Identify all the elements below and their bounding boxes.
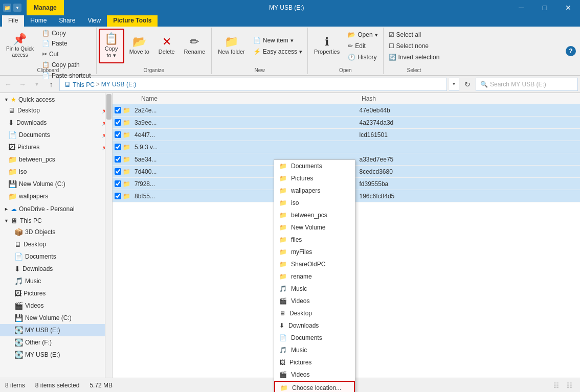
copy-to-button[interactable]: 📋 Copyto ▾ xyxy=(99,29,124,63)
dropdown-item-myfiles[interactable]: 📁 myFiles xyxy=(274,246,355,258)
table-row[interactable]: 📁 5.9.3 v... xyxy=(113,141,580,153)
invert-selection-button[interactable]: 🔄 Invert selection xyxy=(386,52,443,62)
breadcrumb-this-pc[interactable]: 🖥 This PC xyxy=(64,80,95,88)
new-folder-icon: 📁 xyxy=(225,36,238,48)
tab-view[interactable]: View xyxy=(81,15,107,27)
dropdown-item-desktop[interactable]: 🖥 Desktop xyxy=(274,307,355,319)
sidebar-item-iso[interactable]: 📁 iso xyxy=(0,166,112,178)
pin-to-quick-access-button[interactable]: 📌 Pin to Quickaccess xyxy=(2,29,38,63)
rename-button[interactable]: ✏ Rename xyxy=(180,29,210,63)
sidebar-item-downloads2[interactable]: ⬇ Downloads xyxy=(0,263,112,275)
edit-button[interactable]: ✏ Edit xyxy=(345,41,381,51)
dropdown-item-pictures[interactable]: 📁 Pictures xyxy=(274,172,355,185)
onedrive-header[interactable]: ► ☁ OneDrive - Personal xyxy=(0,202,112,214)
table-row[interactable]: 📁 3a9ee... 4a2374da3d xyxy=(113,117,580,129)
address-dropdown-button[interactable]: ▼ xyxy=(449,78,459,91)
properties-button[interactable]: ℹ Properties xyxy=(310,29,344,63)
dropdown-item-new-volume[interactable]: 📁 New Volume xyxy=(274,221,355,234)
dropdown-item-documents[interactable]: 📁 Documents xyxy=(274,160,355,172)
sidebar-item-my-usb2[interactable]: 💽 MY USB (E:) xyxy=(0,349,112,361)
cut-label: Cut xyxy=(49,51,59,58)
move-to-button[interactable]: 📂 Move to xyxy=(125,29,153,63)
history-button[interactable]: 🕐 History xyxy=(345,52,381,62)
sidebar-item-my-usb[interactable]: 💽 MY USB (E:) xyxy=(0,324,112,336)
sidebar-item-new-volume[interactable]: 💾 New Volume (C:) xyxy=(0,178,112,190)
dropdown-item-wallpapers[interactable]: 📁 wallpapers xyxy=(274,185,355,197)
sidebar-item-documents[interactable]: 📄 Documents 📌 xyxy=(0,129,112,141)
dropdown-item-between-pcs[interactable]: 📁 between_pcs xyxy=(274,209,355,221)
dropdown-label-documents2: Documents xyxy=(291,334,322,341)
sidebar-item-pictures2[interactable]: 🖼 Pictures xyxy=(0,287,112,299)
sidebar-item-other[interactable]: 💽 Other (F:) xyxy=(0,336,112,349)
checkbox-7[interactable] xyxy=(113,180,123,187)
back-button[interactable]: ← xyxy=(2,78,14,90)
paste-button[interactable]: 📄 Paste xyxy=(39,39,94,48)
sidebar-item-wallpapers[interactable]: 📁 wallpapers xyxy=(0,190,112,202)
sidebar-item-pictures[interactable]: 🖼 Pictures 📌 xyxy=(0,141,112,153)
details-view-button[interactable]: ☷ xyxy=(550,380,562,391)
large-icons-view-button[interactable]: ☷ xyxy=(564,380,575,391)
dropdown-item-shareoldpc[interactable]: 📁 ShareOldPC xyxy=(274,258,355,270)
checkbox-8[interactable] xyxy=(113,193,123,199)
invert-label: Invert selection xyxy=(398,54,440,61)
select-all-button[interactable]: ☑ Select all xyxy=(386,30,443,40)
organize-buttons: 📋 Copyto ▾ 📂 Move to ✕ Delete ✏ Rename xyxy=(99,29,210,66)
this-pc-header[interactable]: ▼ 🖥 This PC xyxy=(0,214,112,226)
forward-button[interactable]: → xyxy=(16,78,29,90)
manage-tab-title[interactable]: Manage xyxy=(27,0,64,15)
dropdown-item-files[interactable]: 📁 files xyxy=(274,234,355,246)
sidebar-item-music[interactable]: 🎵 Music xyxy=(0,275,112,287)
ribbon: 📌 Pin to Quickaccess 📋 Copy 📄 Paste ✂ Cu… xyxy=(0,27,580,76)
table-row[interactable]: 📁 2a24e... 47e0eb44b xyxy=(113,104,580,117)
app-icon: 📁 xyxy=(3,4,11,12)
dropdown-item-videos2[interactable]: 🎬 Videos xyxy=(274,368,355,381)
tab-home[interactable]: Home xyxy=(24,15,53,27)
dropdown-item-documents2[interactable]: 📄 Documents xyxy=(274,332,355,344)
tab-share[interactable]: Share xyxy=(53,15,81,27)
breadcrumb-usb[interactable]: MY USB (E:) xyxy=(101,81,136,88)
select-none-button[interactable]: ☐ Select none xyxy=(386,41,443,51)
checkbox-4[interactable] xyxy=(113,144,123,150)
tab-file[interactable]: File xyxy=(2,15,24,27)
checkbox-1[interactable] xyxy=(113,107,123,113)
dropdown-item-music[interactable]: 🎵 Music xyxy=(274,283,355,295)
delete-button[interactable]: ✕ Delete xyxy=(154,29,179,63)
checkbox-5[interactable] xyxy=(113,156,123,163)
sidebar-item-between-pcs[interactable]: 📁 between_pcs xyxy=(0,153,112,166)
tab-picture-tools[interactable]: Picture Tools xyxy=(107,15,158,27)
music-label: Music xyxy=(25,278,41,285)
checkbox-3[interactable] xyxy=(113,131,123,138)
dropdown-item-downloads[interactable]: ⬇ Downloads xyxy=(274,319,355,332)
sidebar-item-desktop[interactable]: 🖥 Desktop 📌 xyxy=(0,104,112,117)
close-button[interactable]: ✕ xyxy=(556,0,580,15)
sidebar-item-downloads[interactable]: ⬇ Downloads 📌 xyxy=(0,117,112,129)
dropdown-item-iso[interactable]: 📁 iso xyxy=(274,197,355,209)
sidebar-item-documents2[interactable]: 📄 Documents xyxy=(0,250,112,263)
dropdown-item-rename[interactable]: 📁 rename xyxy=(274,270,355,283)
refresh-button[interactable]: ↻ xyxy=(461,78,474,90)
new-folder-button[interactable]: 📁 New folder xyxy=(214,29,249,63)
address-input[interactable]: 🖥 This PC > MY USB (E:) xyxy=(59,78,447,91)
copy-button[interactable]: 📋 Copy xyxy=(39,29,94,38)
quick-access-header[interactable]: ▼ ★ Quick access xyxy=(0,93,112,104)
checkbox-2[interactable] xyxy=(113,119,123,126)
checkbox-6[interactable] xyxy=(113,168,123,175)
table-row[interactable]: 📁 4e4f7... lcd161501 xyxy=(113,129,580,141)
new-item-button[interactable]: 📄 New item ▾ xyxy=(250,35,305,45)
maximize-button[interactable]: □ xyxy=(533,0,556,15)
open-button[interactable]: 📂 Open ▾ xyxy=(345,30,381,40)
sidebar-item-desktop2[interactable]: 🖥 Desktop xyxy=(0,238,112,250)
ribbon-help-button[interactable]: ? xyxy=(566,46,576,56)
minimize-button[interactable]: ─ xyxy=(509,0,533,15)
sidebar-item-videos[interactable]: 🎬 Videos xyxy=(0,299,112,312)
dropdown-item-choose-location[interactable]: 📁 Choose location... xyxy=(274,381,355,392)
sidebar-item-new-volume2[interactable]: 💾 New Volume (C:) xyxy=(0,312,112,324)
dropdown-item-pictures2[interactable]: 🖼 Pictures xyxy=(274,356,355,368)
ribbon-group-open: ℹ Properties 📂 Open ▾ ✏ Edit 🕐 History O… xyxy=(308,28,384,74)
dropdown-item-videos[interactable]: 🎬 Videos xyxy=(274,295,355,307)
dropdown-item-music2[interactable]: 🎵 Music xyxy=(274,344,355,356)
sidebar-item-3d-objects[interactable]: 📦 3D Objects xyxy=(0,226,112,238)
easy-access-button[interactable]: ⚡ Easy access ▾ xyxy=(250,47,305,57)
search-box[interactable]: 🔍 Search MY USB (E:) xyxy=(476,78,578,91)
cut-button[interactable]: ✂ Cut xyxy=(39,49,94,59)
